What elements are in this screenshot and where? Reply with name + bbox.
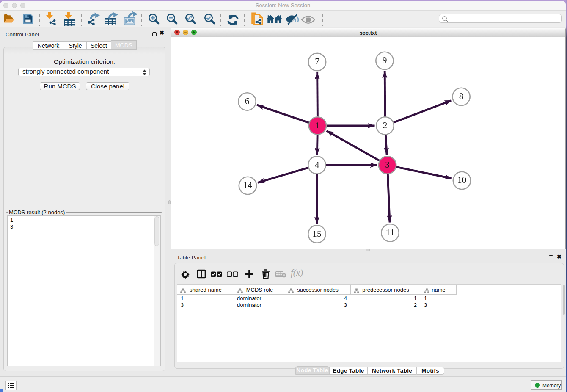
svg-text:9: 9 xyxy=(383,55,387,65)
svg-text:6: 6 xyxy=(245,96,250,106)
svg-text:15: 15 xyxy=(312,229,322,239)
svg-text:1: 1 xyxy=(315,120,320,130)
svg-text:11: 11 xyxy=(386,227,395,237)
svg-text:3: 3 xyxy=(385,160,390,170)
svg-text:14: 14 xyxy=(243,180,253,190)
svg-text:7: 7 xyxy=(315,56,319,66)
svg-text:4: 4 xyxy=(315,160,319,170)
svg-text:8: 8 xyxy=(459,91,464,101)
svg-text:2: 2 xyxy=(383,120,388,130)
svg-text:10: 10 xyxy=(457,175,467,185)
